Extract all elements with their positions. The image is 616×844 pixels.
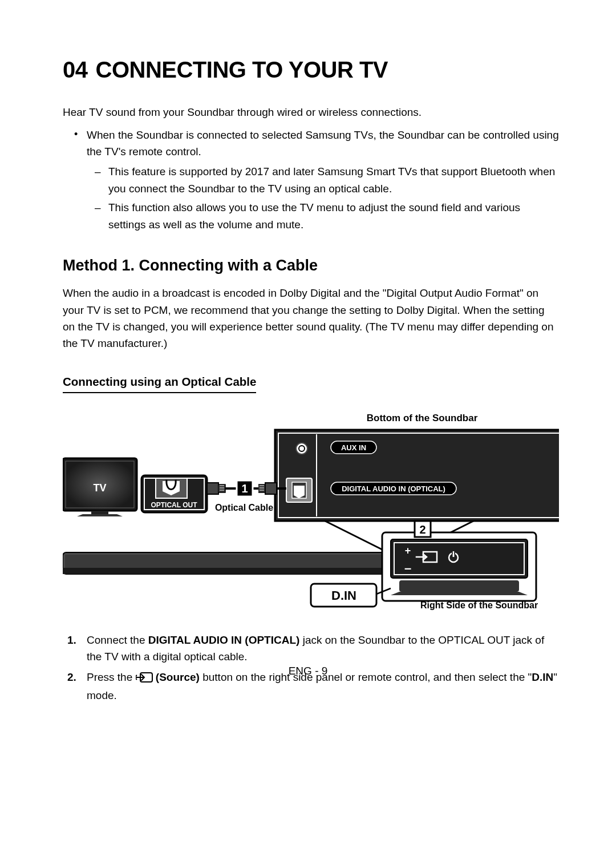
callout-1: 1 bbox=[241, 482, 248, 495]
dash-item: This feature is supported by 2017 and la… bbox=[104, 163, 559, 197]
callout-2: 2 bbox=[419, 523, 425, 536]
intro-paragraph: Hear TV sound from your Soundbar through… bbox=[63, 104, 559, 121]
bullet-list: When the Soundbar is connected to select… bbox=[63, 127, 559, 233]
method-body: When the audio in a broadcast is encoded… bbox=[63, 285, 559, 352]
svg-rect-9 bbox=[91, 511, 108, 514]
connection-diagram: Bottom of the Soundbar AUX IN DIGITAL AU… bbox=[63, 413, 559, 612]
aux-in-label: AUX IN bbox=[341, 443, 366, 452]
svg-line-35 bbox=[451, 521, 473, 532]
svg-rect-17 bbox=[265, 483, 277, 494]
svg-point-2 bbox=[296, 443, 307, 454]
right-side-label: Right Side of the Soundbar bbox=[420, 600, 538, 610]
subsection-heading: Connecting using an Optical Cable bbox=[63, 375, 256, 393]
section-title-text: CONNECTING TO YOUR TV bbox=[96, 57, 388, 82]
diagram-top-label: Bottom of the Soundbar bbox=[367, 413, 478, 423]
digital-audio-in-label: DIGITAL AUDIO IN (OPTICAL) bbox=[342, 484, 445, 493]
svg-line-34 bbox=[325, 521, 382, 550]
optical-out-label: OPTICAL OUT bbox=[151, 501, 197, 509]
step-bold: DIGITAL AUDIO IN (OPTICAL) bbox=[148, 634, 300, 646]
page-footer: ENG - 9 bbox=[0, 665, 616, 677]
dash-item: This function also allows you to use the… bbox=[104, 199, 559, 233]
step-text: Connect the bbox=[87, 634, 148, 646]
step-1: 1. Connect the DIGITAL AUDIO IN (OPTICAL… bbox=[81, 632, 559, 665]
section-heading: 04CONNECTING TO YOUR TV bbox=[63, 57, 559, 83]
step-number: 1. bbox=[67, 632, 76, 648]
method-heading: Method 1. Connecting with a Cable bbox=[63, 257, 559, 274]
tv-label: TV bbox=[93, 482, 106, 494]
optical-cable-label: Optical Cable bbox=[215, 503, 273, 512]
bullet-text: When the Soundbar is connected to select… bbox=[87, 129, 559, 158]
svg-rect-13 bbox=[207, 483, 218, 494]
din-label: D.IN bbox=[331, 588, 356, 603]
dash-list: This feature is supported by 2017 and la… bbox=[87, 163, 559, 233]
svg-text:+: + bbox=[405, 545, 411, 556]
svg-text:–: – bbox=[404, 561, 411, 575]
svg-rect-33 bbox=[399, 580, 519, 592]
soundbar-bottom-panel bbox=[275, 430, 559, 521]
bullet-item: When the Soundbar is connected to select… bbox=[81, 127, 559, 233]
section-number: 04 bbox=[63, 57, 88, 82]
